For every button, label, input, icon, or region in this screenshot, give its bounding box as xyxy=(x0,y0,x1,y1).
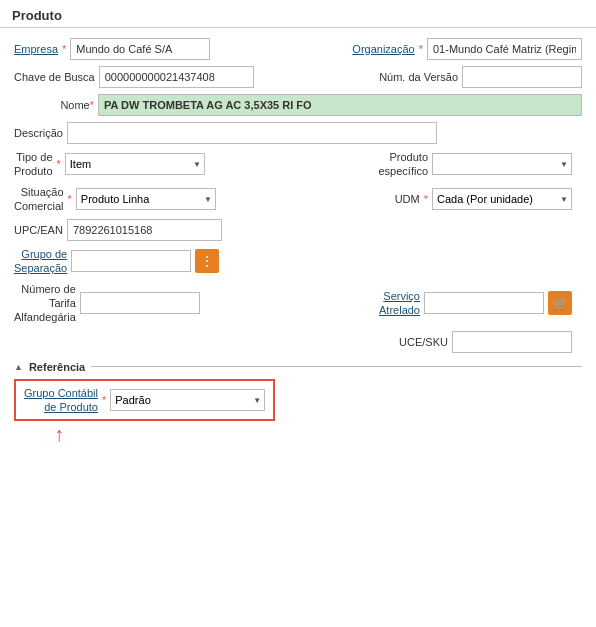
empresa-label[interactable]: Empresa xyxy=(14,43,58,55)
udm-label: UDM xyxy=(395,193,420,205)
row-tipo-produto: Tipo de Produto * Item Serviço Despesa P… xyxy=(14,150,582,179)
page-title: Produto xyxy=(12,8,62,23)
grupo-contabil-required: * xyxy=(102,394,106,406)
organizacao-input[interactable] xyxy=(427,38,582,60)
nome-label-area: Nome* xyxy=(14,99,94,111)
udm-wrapper: Cada (Por unidade) Caixa KG xyxy=(432,188,572,210)
grupo-contabil-highlighted: Grupo Contábil de Produto * Padrão Outro xyxy=(14,379,275,422)
nome-input-area xyxy=(98,94,582,116)
nome-required: * xyxy=(90,99,94,111)
cart-icon: 🛒 xyxy=(552,296,568,311)
group-grupo: Grupo de Separação ⋮ xyxy=(14,247,219,276)
row-chave-versao: Chave de Busca Núm. da Versão xyxy=(14,66,582,88)
row-grupo: Grupo de Separação ⋮ xyxy=(14,247,582,276)
group-servico: Serviço Atrelado 🛒 xyxy=(379,289,572,318)
padrao-select[interactable]: Padrão Outro xyxy=(110,389,265,411)
group-ucesku: UCE/SKU xyxy=(399,331,572,353)
row-upcean: UPC/EAN xyxy=(14,219,582,241)
referencia-section-label[interactable]: Referência xyxy=(29,361,85,373)
group-tarifa: Número de Tarifa Alfandegária xyxy=(14,282,200,325)
group-numversao: Núm. da Versão xyxy=(379,66,582,88)
nome-input[interactable] xyxy=(98,94,582,116)
situacao-wrapper: Produto Linha Descontinuado xyxy=(76,188,216,210)
descricao-label: Descrição xyxy=(14,127,63,139)
servico-cart-button[interactable]: 🛒 xyxy=(548,291,572,315)
row-tarifa-servico: Número de Tarifa Alfandegária Serviço At… xyxy=(14,282,582,325)
referencia-line xyxy=(91,366,582,367)
tarifa-input[interactable] xyxy=(80,292,200,314)
group-organizacao: Organização* xyxy=(352,38,582,60)
descricao-input[interactable] xyxy=(67,122,437,144)
ucesku-label: UCE/SKU xyxy=(399,336,448,348)
group-empresa: Empresa* xyxy=(14,38,210,60)
produto-especifico-wrapper xyxy=(432,153,572,175)
produto-especifico-label: Produto específico xyxy=(378,150,428,179)
grupo-label[interactable]: Grupo de Separação xyxy=(14,247,67,276)
form-container: Empresa* Organização* Chave de Busca Núm… xyxy=(0,28,596,456)
row-nome: Nome* xyxy=(14,94,582,116)
referencia-divider: ▲ Referência xyxy=(14,361,582,373)
group-descricao: Descrição xyxy=(14,122,437,144)
produto-especifico-select[interactable] xyxy=(432,153,572,175)
grupo-menu-button[interactable]: ⋮ xyxy=(195,249,219,273)
row-situacao-udm: Situação Comercial * Produto Linha Desco… xyxy=(14,185,582,214)
chave-label: Chave de Busca xyxy=(14,71,95,83)
situacao-required: * xyxy=(68,193,72,205)
empresa-input[interactable] xyxy=(70,38,210,60)
red-arrow: ↑ xyxy=(54,423,582,446)
udm-select[interactable]: Cada (Por unidade) Caixa KG xyxy=(432,188,572,210)
group-udm: UDM * Cada (Por unidade) Caixa KG xyxy=(395,188,572,210)
nome-label: Nome xyxy=(60,99,89,111)
tipo-select-wrapper: Item Serviço Despesa xyxy=(65,153,205,175)
page-header: Produto xyxy=(0,0,596,28)
row-empresa-organizacao: Empresa* Organização* xyxy=(14,38,582,60)
referencia-collapse-arrow[interactable]: ▲ xyxy=(14,362,23,372)
upcean-label: UPC/EAN xyxy=(14,224,63,236)
group-situacao: Situação Comercial * Produto Linha Desco… xyxy=(14,185,216,214)
situacao-label: Situação Comercial xyxy=(14,185,64,214)
upcean-input[interactable] xyxy=(67,219,222,241)
udm-required: * xyxy=(424,193,428,205)
grupo-input[interactable] xyxy=(71,250,191,272)
organizacao-label[interactable]: Organização xyxy=(352,43,414,55)
padrao-wrapper: Padrão Outro xyxy=(110,389,265,411)
organizacao-required: * xyxy=(419,43,423,55)
tipo-label: Tipo de Produto xyxy=(14,150,53,179)
servico-label[interactable]: Serviço Atrelado xyxy=(379,289,420,318)
group-tipo: Tipo de Produto * Item Serviço Despesa xyxy=(14,150,205,179)
group-chave: Chave de Busca xyxy=(14,66,254,88)
grupo-contabil-label[interactable]: Grupo Contábil de Produto xyxy=(24,386,98,415)
group-upcean: UPC/EAN xyxy=(14,219,222,241)
row-ucesku: UCE/SKU xyxy=(14,331,582,353)
empresa-required: * xyxy=(62,43,66,55)
chave-input[interactable] xyxy=(99,66,254,88)
tipo-required: * xyxy=(57,158,61,170)
group-produto-especifico: Produto específico xyxy=(378,150,572,179)
servico-input[interactable] xyxy=(424,292,544,314)
ucesku-input[interactable] xyxy=(452,331,572,353)
tipo-select[interactable]: Item Serviço Despesa xyxy=(65,153,205,175)
tarifa-label: Número de Tarifa Alfandegária xyxy=(14,282,76,325)
menu-icon: ⋮ xyxy=(200,253,214,269)
numversao-input[interactable] xyxy=(462,66,582,88)
numversao-label: Núm. da Versão xyxy=(379,71,458,83)
referencia-content: Grupo Contábil de Produto * Padrão Outro xyxy=(14,379,582,422)
row-descricao: Descrição xyxy=(14,122,582,144)
situacao-select[interactable]: Produto Linha Descontinuado xyxy=(76,188,216,210)
